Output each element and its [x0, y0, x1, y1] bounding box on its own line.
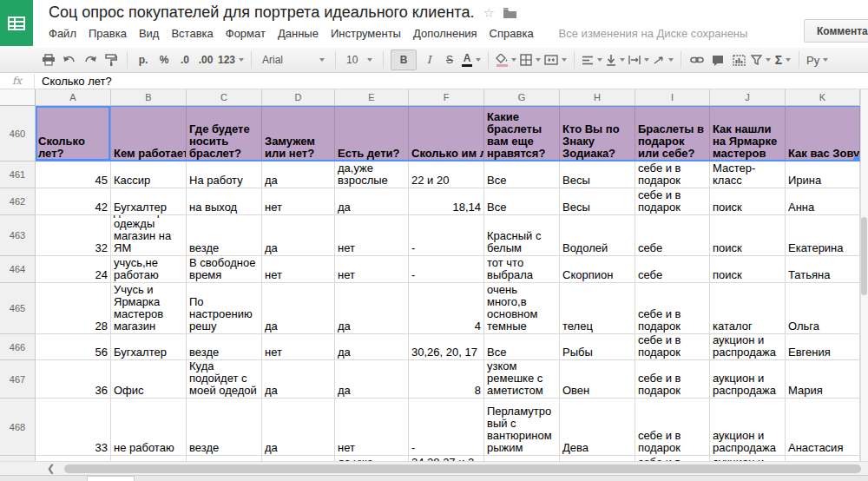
- cell-J467[interactable]: аукцион и распродажа: [710, 360, 786, 399]
- cell-E460[interactable]: Есть дети?: [335, 106, 409, 161]
- insert-link-button[interactable]: [688, 50, 706, 69]
- cell-E465[interactable]: да: [335, 283, 409, 334]
- cell-D461[interactable]: да: [262, 161, 335, 188]
- cell-K462[interactable]: Анна: [786, 188, 860, 215]
- cell-K460[interactable]: Как вас Зовут: [786, 106, 860, 161]
- cell-G463[interactable]: Красный с белым: [484, 215, 560, 256]
- cell-C461[interactable]: На работу: [187, 161, 262, 188]
- fill-color-button[interactable]: [496, 50, 516, 69]
- row-number[interactable]: 461: [0, 161, 36, 188]
- cell-J461[interactable]: Мастер-класс: [710, 161, 786, 188]
- cell-J464[interactable]: поиск: [710, 256, 786, 283]
- column-header-I[interactable]: I: [635, 89, 710, 106]
- sheets-logo[interactable]: [0, 0, 33, 46]
- cell-I461[interactable]: себе и в подарок: [635, 161, 710, 188]
- menu-tools[interactable]: Инструменты: [325, 25, 407, 42]
- row-number[interactable]: 462: [0, 188, 36, 215]
- cell-D460[interactable]: Замужем или нет?: [262, 106, 335, 161]
- cell-B466[interactable]: Бугхалтер: [111, 334, 187, 360]
- cell-D466[interactable]: нет: [262, 334, 335, 360]
- cell-H462[interactable]: Весы: [560, 188, 635, 215]
- select-all-corner[interactable]: [0, 89, 36, 106]
- cell-B467[interactable]: Офис: [111, 360, 187, 399]
- column-header-E[interactable]: E: [335, 89, 409, 106]
- cell-K463[interactable]: Екатерина: [786, 215, 860, 256]
- scroll-left-icon[interactable]: ❮: [47, 463, 55, 474]
- cell-G468[interactable]: Перламутровый с вантюрином рыжим: [484, 399, 560, 456]
- cell-F463[interactable]: -: [409, 215, 484, 256]
- cell-A468[interactable]: 33: [36, 399, 111, 456]
- number-format-button[interactable]: 123: [218, 50, 244, 69]
- cell-H466[interactable]: Рыбы: [560, 334, 635, 360]
- cell-E462[interactable]: да: [335, 188, 409, 215]
- cell-J462[interactable]: поиск: [710, 188, 786, 215]
- cell-A461[interactable]: 45: [36, 161, 111, 188]
- row-number[interactable]: 460: [0, 106, 36, 161]
- cell-K466[interactable]: Евгения: [786, 334, 860, 360]
- undo-button[interactable]: [61, 50, 78, 69]
- redo-button[interactable]: [82, 50, 99, 69]
- row-number[interactable]: 467: [0, 360, 36, 399]
- cell-D462[interactable]: нет: [262, 188, 335, 215]
- menu-format[interactable]: Формат: [220, 25, 272, 42]
- cell-D465[interactable]: да: [262, 283, 335, 334]
- cell-D463[interactable]: да: [262, 215, 335, 256]
- cell-J463[interactable]: поиск: [710, 215, 786, 256]
- cell-K468[interactable]: Анастасия: [786, 399, 860, 456]
- text-color-button[interactable]: A: [462, 50, 481, 69]
- cell-I463[interactable]: себе: [635, 215, 710, 256]
- horizontal-scrollbar-thumb[interactable]: [64, 465, 861, 473]
- cell-H464[interactable]: Скорпион: [560, 256, 635, 283]
- cell-B464[interactable]: учусь,не работаю: [111, 256, 187, 283]
- cell-K461[interactable]: Ирина: [786, 161, 860, 188]
- cell-J466[interactable]: аукцион и распродажа: [710, 334, 786, 360]
- column-header-B[interactable]: B: [111, 89, 187, 106]
- cell-C463[interactable]: везде: [187, 215, 262, 256]
- cell-H460[interactable]: Кто Вы по Знаку Зодиака?: [560, 106, 635, 161]
- column-header-J[interactable]: J: [710, 89, 786, 106]
- merge-cells-button[interactable]: [544, 50, 567, 69]
- cell-B463[interactable]: дизайнер одежды магазин на ЯМ: [111, 215, 187, 256]
- cell-D468[interactable]: да: [262, 399, 335, 456]
- cell-H468[interactable]: Дева: [560, 399, 635, 456]
- italic-button[interactable]: I: [420, 50, 437, 69]
- font-size-select[interactable]: 10: [343, 50, 376, 69]
- cell-E461[interactable]: да,уже взрослые: [335, 161, 409, 188]
- menu-addons[interactable]: Дополнения: [407, 25, 483, 42]
- cell-G464[interactable]: тот что выбрала: [484, 256, 560, 283]
- column-header-G[interactable]: G: [484, 89, 560, 106]
- cell-F465[interactable]: 4: [409, 283, 484, 334]
- paint-format-button[interactable]: [102, 50, 120, 69]
- cell-F462[interactable]: 18,14: [409, 188, 484, 215]
- cell-F467[interactable]: 8: [409, 360, 484, 399]
- cell-K465[interactable]: Ольга: [786, 283, 860, 334]
- cell-D467[interactable]: да: [262, 360, 335, 399]
- cell-E467[interactable]: да: [335, 360, 409, 399]
- text-rotation-button[interactable]: [653, 50, 674, 69]
- cell-I468[interactable]: себе и в подарок: [635, 399, 710, 456]
- cell-E468[interactable]: нет: [335, 399, 409, 456]
- cell-K464[interactable]: Татьяна: [786, 256, 860, 283]
- cell-B468[interactable]: не работаю: [111, 399, 187, 456]
- formula-input[interactable]: Сколько лет?: [35, 75, 112, 88]
- cell-C460[interactable]: Где будете носить браслет?: [187, 106, 262, 161]
- borders-button[interactable]: [520, 50, 541, 69]
- increase-decimal-button[interactable]: .00: [197, 50, 214, 69]
- folder-icon[interactable]: [503, 8, 516, 18]
- cell-A465[interactable]: 28: [36, 283, 111, 334]
- menu-view[interactable]: Вид: [133, 25, 166, 42]
- cell-H463[interactable]: Водолей: [560, 215, 635, 256]
- column-header-F[interactable]: F: [409, 89, 484, 106]
- vertical-align-button[interactable]: [606, 50, 625, 69]
- sheet-tab[interactable]: [87, 476, 135, 481]
- horizontal-align-button[interactable]: [582, 50, 602, 69]
- cell-K467[interactable]: Мария: [786, 360, 860, 399]
- cell-F461[interactable]: 22 и 20: [409, 161, 484, 188]
- cell-A460[interactable]: Сколько лет?: [36, 106, 111, 161]
- bold-button[interactable]: B: [391, 49, 417, 70]
- menu-help[interactable]: Справка: [483, 25, 540, 42]
- percent-format-button[interactable]: %: [155, 50, 173, 69]
- cell-B462[interactable]: Бугхалтер: [111, 188, 187, 215]
- column-header-H[interactable]: H: [560, 89, 635, 106]
- cell-C465[interactable]: По настроению решу: [187, 283, 262, 334]
